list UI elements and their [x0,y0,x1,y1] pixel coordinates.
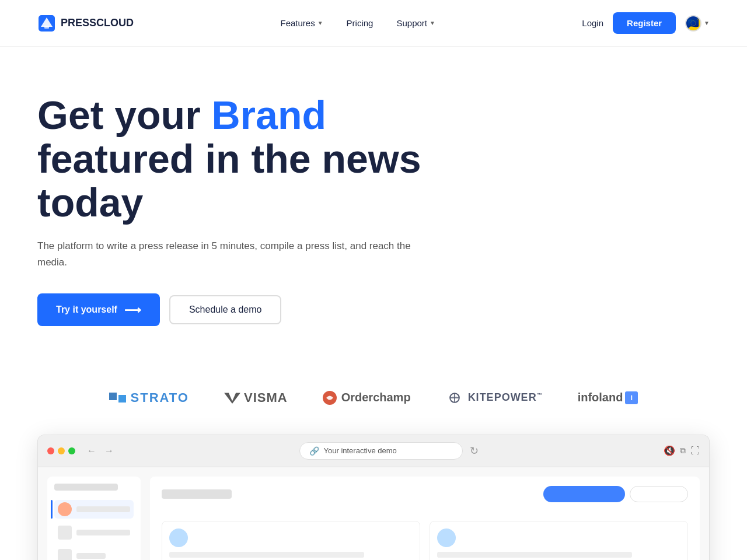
maximize-dot [68,447,75,454]
chevron-down-icon: ▼ [704,20,710,26]
close-dot [47,447,54,454]
infoland-label: infoland [578,391,623,404]
strato-icon [109,393,126,402]
features-chevron-icon: ▼ [317,20,323,26]
kitepower-icon [446,391,463,404]
pip-button[interactable]: ⧉ [680,446,686,456]
minimize-dot [58,447,65,454]
login-button[interactable]: Login [582,18,603,28]
demo-card-line-2a [437,552,632,558]
schedule-demo-button[interactable]: Schedule a demo [169,295,282,324]
logo-icon [37,14,56,33]
browser-content [38,467,709,560]
browser-forward-button[interactable]: → [102,444,116,457]
demo-card-2 [430,521,688,560]
demo-user-avatar [58,502,72,516]
demo-sidebar [47,477,141,560]
demo-main-content [150,477,700,560]
demo-sidebar-item-3 [54,547,134,560]
demo-sidebar-item-active [54,500,134,519]
refresh-button[interactable]: ↻ [467,443,481,459]
demo-header-actions [543,486,688,502]
orderchamp-icon [323,391,337,405]
kitepower-label: KITEPOWER™ [468,391,543,404]
kitepower-tm: ™ [537,392,543,398]
cta-primary-label: Try it yourself [56,304,117,315]
demo-sidebar-icon-3 [58,549,72,560]
browser-address-area: 🔗 Your interactive demo ↻ [123,442,657,460]
orderchamp-logo: Orderchamp [323,391,411,405]
demo-card-line-1a [169,552,364,558]
demo-sidebar-item-2 [54,523,134,542]
logos-strip: STRATO VISMA Orderchamp KITEPOWER™ infol… [0,361,747,435]
link-icon: 🔗 [309,446,319,456]
flag-icon: 🇪🇺 [685,15,701,32]
svg-rect-2 [44,26,49,29]
demo-cards-row [162,521,688,560]
address-bar[interactable]: 🔗 Your interactive demo [299,442,463,460]
nav-features[interactable]: Features ▼ [280,18,323,28]
browser-back-button[interactable]: ← [85,444,99,457]
demo-sidebar-text-3 [76,553,106,559]
kitepower-logo: KITEPOWER™ [446,391,543,404]
navbar: PRESSCLOUD Features ▼ Pricing Support ▼ … [0,0,747,47]
address-text: Your interactive demo [324,446,397,455]
logo-text: PRESSCLOUD [61,17,134,29]
visma-icon [224,392,240,404]
hero-heading-plain: Get your [37,93,212,137]
browser-traffic-lights [47,447,75,454]
browser-controls: 🔇 ⧉ ⛶ [664,445,700,456]
hero-heading-line2: featured in the news today [37,136,421,225]
demo-card-avatar-1 [169,528,188,547]
mute-button[interactable]: 🔇 [664,445,675,456]
browser-nav-buttons: ← → [85,444,116,457]
hero-section: Get your Brand featured in the news toda… [0,47,525,361]
orderchamp-label: Orderchamp [341,391,411,404]
strato-label: STRATO [131,390,189,405]
logo-link[interactable]: PRESSCLOUD [37,14,134,33]
demo-section: ← → 🔗 Your interactive demo ↻ 🔇 ⧉ ⛶ [0,435,747,560]
language-selector[interactable]: 🇪🇺 ▼ [685,15,710,32]
register-button[interactable]: Register [613,12,676,34]
hero-heading: Get your Brand featured in the news toda… [37,93,488,224]
demo-card-1 [162,521,420,560]
fullscreen-button[interactable]: ⛶ [690,446,700,456]
nav-pricing[interactable]: Pricing [347,18,374,28]
infoland-logo: infoland i [578,391,638,404]
demo-sidebar-icon-2 [58,526,72,540]
nav-support[interactable]: Support ▼ [396,18,435,28]
nav-links: Features ▼ Pricing Support ▼ [280,18,435,28]
visma-label: VISMA [244,390,288,405]
strato-logo: STRATO [109,390,189,405]
browser-window: ← → 🔗 Your interactive demo ↻ 🔇 ⧉ ⛶ [37,435,710,560]
demo-sidebar-text-2 [76,530,130,536]
infoland-icon: i [625,391,638,404]
hero-heading-brand: Brand [212,93,326,137]
demo-page-title [162,489,232,499]
visma-logo: VISMA [224,390,288,405]
demo-action-pill [543,486,625,502]
support-chevron-icon: ▼ [430,20,435,26]
browser-toolbar: ← → 🔗 Your interactive demo ↻ 🔇 ⧉ ⛶ [38,435,709,467]
demo-app-logo [54,484,118,491]
try-it-yourself-button[interactable]: Try it yourself ⟶ [37,293,160,326]
demo-card-avatar-2 [437,528,456,547]
demo-sidebar-text-1 [76,506,130,512]
hero-cta-group: Try it yourself ⟶ Schedule a demo [37,293,488,326]
arrow-right-icon: ⟶ [124,303,141,317]
nav-actions: Login Register 🇪🇺 ▼ [582,12,710,34]
demo-main-header [162,486,688,502]
demo-secondary-action [630,486,688,502]
hero-subtitle: The platform to write a press release in… [37,238,411,270]
